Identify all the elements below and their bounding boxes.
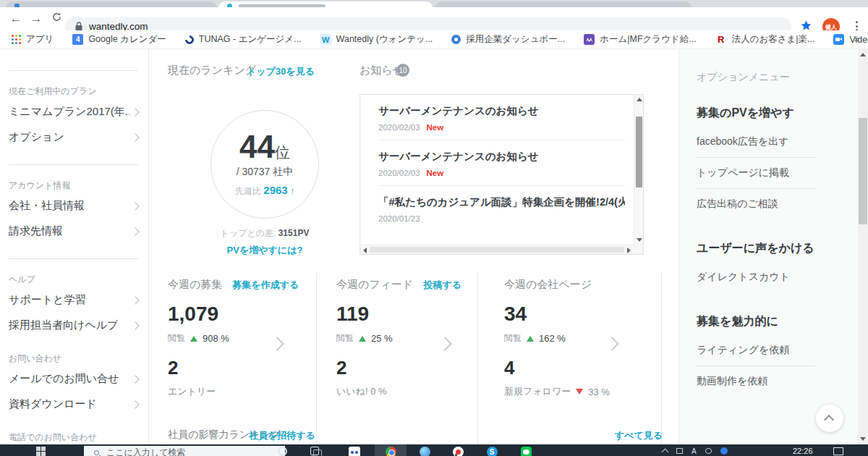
option-menu-item[interactable]: 動画制作を依頼 — [697, 366, 815, 397]
sidebar-item[interactable]: サポートと学習 — [9, 287, 138, 313]
option-group-title: 募集を魅力的に — [697, 314, 858, 329]
sidebar-item[interactable]: メールでのお問い合せ — [9, 366, 138, 392]
skype-icon[interactable]: S — [485, 447, 499, 456]
scroll-up-icon[interactable] — [637, 98, 642, 101]
reload-button[interactable] — [48, 10, 65, 28]
see-all-link[interactable]: すべて見る — [615, 429, 663, 442]
metric-label: 新規フォロワー — [504, 385, 571, 398]
rank-weekly-change: 先週比 2963 ↑ — [235, 184, 294, 198]
browser-scrollbar[interactable] — [858, 49, 868, 444]
stat-card-1: 今週の募集募集を作成する1,079閲覧908 %2エントリー — [168, 278, 312, 398]
top30-link[interactable]: トップ30を見る — [247, 65, 315, 78]
notification-item[interactable]: サーバーメンテナンスのお知らせ2020/02/03New — [378, 140, 625, 186]
bookmark-item[interactable]: WWantedly (ウォンテッ... — [320, 33, 433, 46]
tray-icon[interactable] — [705, 448, 712, 454]
line-icon[interactable] — [519, 447, 533, 456]
triangle-up-icon — [527, 336, 534, 342]
bookmark-item[interactable]: Video Conferencing... — [833, 34, 868, 45]
chrome-icon[interactable] — [383, 447, 398, 456]
notifications-vertical-scrollbar[interactable] — [634, 95, 643, 245]
option-menu-item[interactable]: ダイレクトスカウト — [697, 262, 815, 292]
sidebar-item[interactable]: オプション — [9, 124, 138, 150]
bookmark-item[interactable]: 4Google カレンダー — [72, 33, 166, 46]
ime-mode-indicator[interactable]: A — [692, 447, 697, 455]
bookmark-label: 法人のお客さま|楽... — [732, 33, 815, 46]
rakuten-icon: R — [715, 34, 727, 46]
system-tray[interactable]: A — [663, 447, 728, 455]
notification-item[interactable]: サーバーメンテナンスのお知らせ2020/02/03New — [378, 95, 625, 140]
bookmark-item[interactable]: アプリ — [12, 33, 54, 46]
stat-primary-metric: 閲覧162 % — [504, 332, 663, 345]
option-menu-item[interactable]: トップページに掲載 — [697, 157, 815, 188]
metric-delta: 33 % — [588, 387, 610, 397]
stat-secondary-metric: 新規フォロワー33 % — [504, 385, 663, 398]
stat-card-action-link[interactable]: 募集を作成する — [232, 279, 299, 292]
stat-secondary-value: 4 — [504, 357, 663, 379]
scrollbar-thumb[interactable] — [859, 118, 867, 224]
video-icon — [833, 34, 844, 45]
scroll-up-icon[interactable] — [860, 53, 866, 56]
stat-card-header: 今週の募集募集を作成する — [168, 278, 312, 292]
bookmark-item[interactable]: 採用企業ダッシュボー... — [451, 33, 565, 46]
chevron-right-icon — [131, 321, 139, 329]
bookmark-item[interactable]: TUNAG - エンゲージメ... — [185, 33, 302, 46]
pinned-app-icon[interactable] — [347, 447, 362, 456]
firefox-icon[interactable] — [451, 447, 465, 456]
scrollbar-thumb[interactable] — [636, 117, 642, 187]
sidebar-item[interactable]: 採用担当者向けヘルプ — [9, 313, 138, 338]
gap-to-top: トップとの差: 3151PV — [192, 227, 337, 240]
sidebar-item-label: 会社・社員情報 — [9, 199, 85, 213]
sidebar-item[interactable]: 資料ダウンロード — [9, 392, 138, 417]
stat-primary-value: 1,079 — [168, 303, 312, 326]
triangle-down-icon — [576, 389, 583, 394]
tray-expand-icon[interactable] — [662, 449, 669, 456]
page-content: 現在ご利用中のプランミニマムプラン2017(年...オプションアカウント情報会社… — [0, 49, 868, 444]
stat-primary-value: 34 — [504, 303, 663, 326]
stat-card-action-link[interactable]: 投稿する — [423, 279, 461, 292]
taskbar-search-input[interactable]: ここに入力して検索 — [84, 446, 285, 456]
notification-item[interactable]: 「#私たちのカジュアル面談」特集企画を開催!2/4(火)より2020/01/23 — [378, 186, 625, 231]
chevron-right-icon — [131, 400, 139, 408]
task-view-icon[interactable] — [307, 447, 322, 456]
notifications-horizontal-scrollbar[interactable] — [360, 245, 634, 254]
invite-employees-link[interactable]: 社員を招待する — [249, 429, 315, 442]
sidebar-item-label: ミニマムプラン2017(年... — [9, 105, 129, 119]
cortana-icon[interactable] — [275, 447, 289, 456]
sidebar-item[interactable]: 請求先情報 — [9, 219, 138, 244]
bookmarks-overflow-icon[interactable]: » — [854, 33, 859, 44]
action-center-icon[interactable] — [833, 447, 843, 455]
notification-meta: 2020/02/03New — [378, 123, 625, 132]
edge-icon[interactable] — [417, 447, 432, 456]
forward-button[interactable]: → — [27, 10, 45, 28]
option-menu-item[interactable]: ライティングを依頼 — [697, 335, 815, 366]
stat-secondary-metric: いいね! 0 % — [336, 385, 492, 398]
chevron-right-icon — [131, 108, 139, 116]
taskbar-clock[interactable]: 22:26 — [793, 447, 813, 455]
scroll-down-icon[interactable] — [637, 238, 642, 242]
sidebar-divider — [9, 70, 138, 71]
tray-monitor-icon[interactable] — [676, 448, 683, 454]
start-button[interactable] — [36, 447, 46, 456]
wantedly-icon: W — [320, 34, 331, 45]
notification-title: サーバーメンテナンスのお知らせ — [378, 104, 625, 118]
scroll-down-icon[interactable] — [860, 437, 866, 441]
scrollbar-thumb[interactable] — [370, 247, 624, 253]
scroll-right-icon[interactable] — [627, 248, 631, 253]
option-menu-item[interactable]: 広告出稿のご相談 — [697, 188, 815, 219]
metric-label: 閲覧 — [168, 332, 185, 345]
scroll-to-top-button[interactable] — [816, 405, 843, 432]
scroll-left-icon[interactable] — [363, 248, 367, 253]
browser-menu-icon[interactable] — [851, 21, 862, 31]
chevron-right-icon — [131, 202, 139, 210]
increase-pv-link[interactable]: PVを増やすには? — [192, 243, 337, 257]
sidebar-item[interactable]: 会社・社員情報 — [9, 193, 138, 219]
option-menu-item[interactable]: facebook広告を出す — [697, 127, 815, 157]
sidebar-item[interactable]: ミニマムプラン2017(年... — [9, 99, 138, 124]
bookmark-item[interactable]: ホーム|MFクラウド給... — [584, 33, 696, 46]
back-button[interactable]: ← — [7, 10, 25, 28]
sidebar-group-label: 電話でのお問い合わせ — [9, 431, 138, 444]
screen: ← → wantedly.com 健人 アプリ4Google カレンダーTUNA… — [0, 0, 868, 456]
bookmark-item[interactable]: R法人のお客さま|楽... — [715, 33, 815, 46]
tray-network-icon[interactable] — [720, 447, 728, 455]
sidebar-group-label: 現在ご利用中のプラン — [9, 85, 138, 98]
